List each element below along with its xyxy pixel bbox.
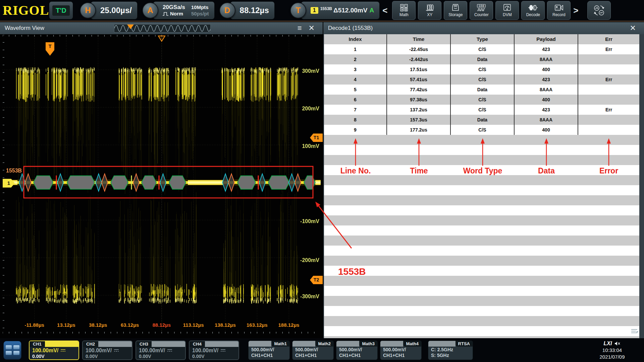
mode-switch-button[interactable] [587,1,611,20]
column-header: Index [324,34,387,44]
decode-icon [528,4,538,12]
time-label: -11.88µs [24,322,44,328]
overview-position-marker[interactable] [127,24,134,29]
trigger-knob[interactable]: T [290,2,306,18]
math-box-math4[interactable]: Math4 500.00mV/ CH1+CH1 [380,341,422,360]
delay-group: D 88.12µs [219,1,275,19]
time-label: 38.12µs [89,322,107,328]
dc-coupling-icon [167,349,172,352]
sample-rate: 20GSa/s [163,4,185,10]
table-cell: Data [451,115,515,125]
status-block: LXI 10:33:04 2021/07/09 [584,340,641,360]
delay-knob[interactable]: D [219,2,235,18]
table-row[interactable]: 697.38usC/S400 [324,95,639,105]
channel-box-ch4[interactable]: CH4 100.00mV/ 0.00V [189,341,239,360]
math-box-math3[interactable]: Math3 500.00mV/ CH1+CH1 [336,341,378,360]
time-label: 188.12µs [278,322,300,328]
table-cell: 6 [324,95,387,105]
decode-empty-rows [324,135,639,338]
table-menu-icon[interactable] [630,327,639,335]
horizontal-knob[interactable]: H [80,2,96,18]
channel-box-ch3[interactable]: CH3 100.00mV/ 0.00V [136,341,186,360]
acquire-knob[interactable]: A [142,2,158,18]
speaker-muted-icon[interactable] [614,341,621,346]
xy-button[interactable]: XY [418,1,441,20]
table-cell: 3 [324,64,387,74]
table-cell: -2.442us [387,54,451,64]
channel-box-ch2[interactable]: CH2 100.00mV/ 0.00V [82,341,132,360]
decode-button[interactable]: Decode [521,1,545,20]
trigger-group: T 1 1553B Δ512.00mV A [290,1,380,19]
decode-panel: Decode1 (1553B) ✕ IndexTimeTypePayloadEr… [323,22,644,338]
time-label: 63.12µs [121,322,139,328]
home-menu-button[interactable] [3,341,21,360]
waveform-grid[interactable]: T 300mV 200mV 100mV -100mV -200mV -300mV… [0,34,323,338]
menu-scroll-right-icon[interactable]: > [571,5,581,16]
waveform-menu-icon[interactable]: ≡ [294,24,305,33]
math-box-math1[interactable]: Math1 500.00mV/ CH1+CH1 [248,341,290,360]
column-header: Type [451,34,515,44]
decode-title: Decode1 (1553B) [328,25,373,32]
table-cell: C/S [451,44,515,54]
table-cell: Data [451,85,515,95]
table-cell: C/S [451,74,515,85]
voltage-label: -200mV [296,257,319,263]
annotation-time: Time [410,166,428,175]
decode-close-icon[interactable]: ✕ [627,24,639,33]
table-cell: 423 [515,44,578,54]
trigger-sweep: A [369,7,374,14]
dvm-button-label: DVM [503,12,512,17]
table-cell: 157.3us [387,115,451,125]
channel-box-ch1[interactable]: CH1 100.00mV/ 0.00V [29,341,79,360]
table-cell: Data [451,54,515,64]
table-cell [578,54,639,64]
math-icon [399,4,408,12]
storage-button[interactable]: Storage [444,1,467,20]
table-cell: 8AAA [515,85,578,95]
annotation-bus-label: 1553B [338,266,366,277]
trigger-level: Δ512.00mV [333,7,367,14]
table-cell: C/S [451,64,515,74]
table-row[interactable]: 2-2.442usData8AAA [324,54,639,64]
column-header: Time [387,34,451,44]
table-cell: 97.38us [387,95,451,105]
waveform-overview-strip[interactable] [114,24,211,33]
horizontal-scale-block[interactable]: 25.00µs/ [91,1,138,19]
table-cell: 400 [515,64,578,74]
trigger-bus-type: 1553B [320,6,332,11]
table-row[interactable]: 317.51usC/S400 [324,64,639,74]
annotation-data: Data [538,166,555,175]
table-cell: 77.42us [387,85,451,95]
waveform-close-icon[interactable]: ✕ [305,24,318,33]
table-row[interactable]: 457.41usC/S423Err [324,74,639,85]
table-row[interactable]: 9177.2usC/S400 [324,125,639,135]
acquire-block[interactable]: 20GSa/s Norm 10Mpts 50ps/pt [153,1,215,19]
waveform-canvas[interactable] [3,35,321,333]
rtsa-box[interactable]: RTSA C: 2.5GHz S: 5GHz [428,341,473,360]
storage-icon [451,4,460,12]
xy-icon [425,4,434,12]
table-row[interactable]: 1-22.45usC/S423Err [324,44,639,54]
sample-resolution: 50ps/pt [191,10,209,17]
voltage-label: 300mV [296,68,319,74]
decode-button-label: Decode [526,12,540,17]
delay-value: 88.12µs [240,6,269,15]
record-button[interactable]: Record [547,1,571,20]
column-header: Payload [515,34,578,44]
table-row[interactable]: 8157.3usData8AAA [324,115,639,125]
delay-block[interactable]: 88.12µs [230,1,275,19]
counter-button[interactable]: 1234 Counter [470,1,493,20]
table-cell: 423 [515,74,578,85]
menu-scroll-left-icon[interactable]: < [380,5,390,16]
dvm-button[interactable]: DVM [495,1,519,20]
decode-table-header: IndexTimeTypePayloadErr [324,34,639,44]
math-box-math2[interactable]: Math2 500.00mV/ CH1+CH1 [292,341,334,360]
table-cell: Err [578,44,639,54]
table-cell: 7 [324,105,387,115]
table-row[interactable]: 577.42usData8AAA [324,85,639,95]
math-button[interactable]: Math [392,1,416,20]
table-row[interactable]: 7137.2usC/S423Err [324,105,639,115]
table-cell: 8 [324,115,387,125]
trigger-block[interactable]: 1 1553B Δ512.00mV A [301,1,380,19]
menu-buttons: Math XY Storage 1234 [392,1,571,20]
